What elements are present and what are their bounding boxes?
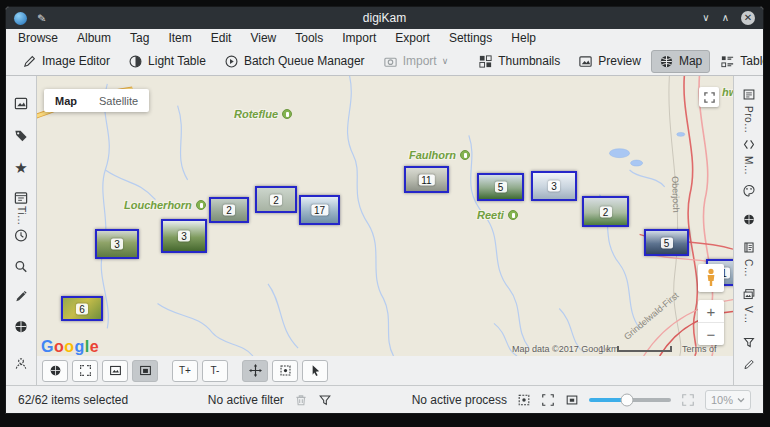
versions-tab-label[interactable]: V… <box>743 306 754 324</box>
menu-export[interactable]: Export <box>395 31 430 45</box>
map-fullscreen-button[interactable] <box>699 87 719 107</box>
photo-cluster[interactable]: 2 <box>255 186 297 213</box>
properties-tab[interactable] <box>742 88 755 101</box>
metadata-tab-label[interactable]: M… <box>743 156 754 175</box>
sidebar-albums-tab[interactable] <box>14 96 29 111</box>
light-table-button[interactable]: Light Table <box>120 50 214 73</box>
clear-filter-button[interactable] <box>294 393 308 407</box>
cluster-count: 11 <box>418 174 434 185</box>
place-label: Reeti <box>477 209 518 221</box>
street-view-pegman[interactable] <box>698 264 724 292</box>
sidebar-tags-tab[interactable] <box>14 128 29 143</box>
show-numbers-button[interactable] <box>132 360 158 382</box>
play-circle-icon <box>224 54 239 69</box>
photo-cluster[interactable]: 3 <box>161 219 207 253</box>
photo-cluster[interactable]: 5 <box>644 229 689 256</box>
menu-item[interactable]: Item <box>168 31 191 45</box>
sidebar-timeline-tab[interactable] <box>14 228 29 243</box>
metadata-tab[interactable] <box>742 138 755 151</box>
photo-cluster[interactable]: 3 <box>95 229 139 259</box>
park-marker-icon <box>282 109 292 119</box>
pin-icon[interactable]: ✏ <box>34 10 49 26</box>
colors-tab[interactable] <box>742 184 755 197</box>
menu-settings[interactable]: Settings <box>449 31 492 45</box>
tools-tab[interactable] <box>742 358 755 371</box>
thumbnail-size-slider[interactable] <box>589 393 671 407</box>
photo-cluster[interactable]: 2 <box>582 196 629 227</box>
image-editor-button[interactable]: Image Editor <box>14 50 118 73</box>
zoom-into-selection-button[interactable] <box>272 360 298 382</box>
zoom-fit-button[interactable] <box>681 393 695 407</box>
map-tab[interactable] <box>742 213 755 226</box>
menu-import[interactable]: Import <box>342 31 376 45</box>
menu-edit[interactable]: Edit <box>211 31 232 45</box>
small-image-icon <box>565 393 579 407</box>
map-type-map-button[interactable]: Map <box>44 95 88 107</box>
zoom-small-button[interactable] <box>565 393 579 407</box>
pan-mode-button[interactable] <box>242 360 268 382</box>
map-type-satellite-button[interactable]: Satellite <box>88 95 149 107</box>
filter-settings-button[interactable] <box>318 393 332 407</box>
sidebar-dates-tab[interactable] <box>14 190 29 205</box>
place-label: Rotefluе <box>234 108 292 120</box>
map-canvas[interactable]: Map Satellite Rotefluе Faulhorn Loucherh… <box>37 76 733 356</box>
decrease-thumbnail-size-button[interactable]: T- <box>202 360 228 382</box>
import-button[interactable]: Import ∨ <box>375 50 457 73</box>
menu-tag[interactable]: Tag <box>130 31 149 45</box>
close-button[interactable]: ✕ <box>741 11 755 25</box>
table-view-button[interactable]: Table <box>712 50 764 73</box>
globe-icon <box>49 364 62 377</box>
zoom-select-button[interactable] <box>517 393 531 407</box>
captions-tab-label[interactable]: C… <box>743 259 754 277</box>
minimize-button[interactable]: ∨ <box>702 13 709 23</box>
selection-mode-button[interactable] <box>302 360 328 382</box>
sidebar-people-tab[interactable] <box>14 356 29 371</box>
clock-icon <box>14 228 29 243</box>
increase-thumbnail-size-button[interactable]: T+ <box>172 360 198 382</box>
maximize-button[interactable]: ∧ <box>722 13 729 23</box>
slider-handle[interactable] <box>620 393 633 406</box>
title-bar[interactable]: ✏ digiKam ∨ ∧ ✕ <box>6 7 763 29</box>
menu-album[interactable]: Album <box>77 31 111 45</box>
chevron-down-icon: ∨ <box>442 56 449 66</box>
menu-view[interactable]: View <box>250 31 276 45</box>
show-thumbnails-button[interactable] <box>102 360 128 382</box>
filters-tab[interactable] <box>742 336 755 349</box>
menu-tools[interactable]: Tools <box>295 31 323 45</box>
map-zoom-in-button[interactable]: + <box>698 300 724 323</box>
photo-cluster[interactable]: 2 <box>209 197 249 223</box>
map-view-button[interactable]: Map <box>651 50 710 73</box>
map-zoom-out-button[interactable]: − <box>698 323 724 345</box>
sidebar-timeline-label[interactable]: Ti… <box>16 206 27 225</box>
map-backend-button[interactable] <box>42 360 68 382</box>
photo-cluster[interactable]: 11 <box>404 166 449 193</box>
cursor-arrow-icon <box>309 364 322 377</box>
photo-cluster[interactable]: 6 <box>61 296 103 321</box>
sidebar-map-tab[interactable] <box>14 319 29 334</box>
photo-cluster[interactable]: 5 <box>477 173 524 201</box>
selection-icon <box>279 364 292 377</box>
fit-window-button[interactable] <box>541 393 555 407</box>
sidebar-similarity-tab[interactable] <box>14 289 29 304</box>
tag-icon <box>14 128 29 143</box>
thumbnails-view-button[interactable]: Thumbnails <box>470 50 568 73</box>
calendar-icon <box>14 190 29 205</box>
menu-browse[interactable]: Browse <box>18 31 58 45</box>
fit-markers-button[interactable] <box>72 360 98 382</box>
photo-cluster[interactable]: 17 <box>299 195 340 225</box>
camera-icon <box>383 54 398 69</box>
sidebar-search-tab[interactable] <box>14 259 29 274</box>
preview-view-button[interactable]: Preview <box>570 50 649 73</box>
photo-cluster[interactable]: 3 <box>531 171 577 201</box>
sidebar-labels-tab[interactable]: ★ <box>14 160 27 175</box>
properties-tab-label[interactable]: Pro… <box>743 106 754 134</box>
cluster-count: 5 <box>661 237 673 248</box>
terms-of-use-link[interactable]: Terms of Use <box>682 344 733 356</box>
menu-help[interactable]: Help <box>511 31 536 45</box>
zoom-level-dropdown[interactable]: 10% <box>705 390 751 410</box>
image-badge-icon <box>139 364 152 377</box>
versions-tab[interactable] <box>742 288 755 301</box>
batch-queue-manager-button[interactable]: Batch Queue Manager <box>216 50 373 73</box>
captions-tab[interactable] <box>742 241 755 254</box>
zoom-fit-icon <box>681 393 695 407</box>
